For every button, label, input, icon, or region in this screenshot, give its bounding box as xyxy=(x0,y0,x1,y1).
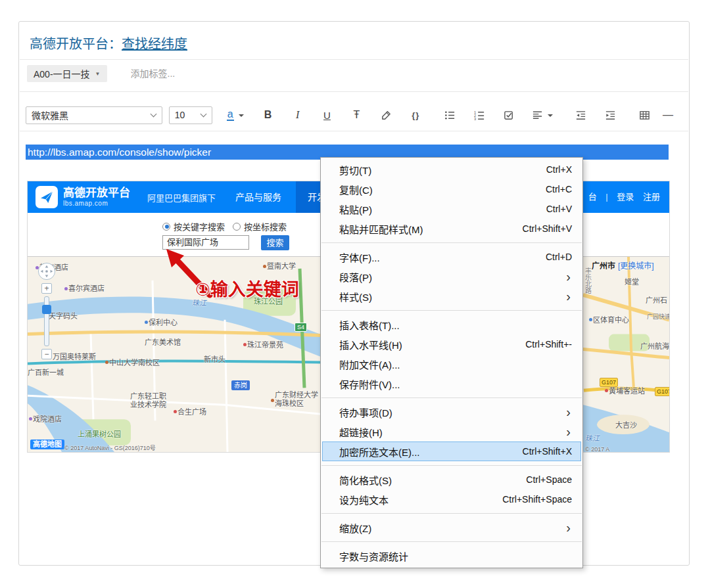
map-label: [更换城市] xyxy=(618,262,654,271)
numbered-list-button[interactable]: 123 xyxy=(467,104,491,125)
map-label: S4 xyxy=(295,323,307,332)
note-title[interactable]: 高德开放平台：查找经纬度 xyxy=(30,34,187,53)
caret-down-icon: ▼ xyxy=(95,71,101,77)
menu-item-label: 简化格式(S) xyxy=(339,473,392,487)
bold-button[interactable]: B xyxy=(256,104,280,125)
nav-divider: | xyxy=(605,192,607,202)
font-family-value: 微软雅黑 xyxy=(32,108,68,122)
context-menu-item[interactable]: 设为纯文本Ctrl+Shift+Space xyxy=(322,489,581,509)
underline-button[interactable]: U xyxy=(316,104,339,125)
tag-label: A00-一日一技 xyxy=(34,67,90,80)
search-button: 搜索 xyxy=(261,235,289,250)
table-button[interactable] xyxy=(632,104,656,125)
menu-item-label: 插入表格(T)... xyxy=(339,318,400,332)
map-label: 广东财经大学 海珠校区 xyxy=(275,391,318,407)
map-label: 丰乐北路 xyxy=(584,267,592,294)
bullet-list-icon xyxy=(444,110,456,121)
chevron-down-icon xyxy=(200,110,206,117)
context-menu-item[interactable]: 缩放(Z)› xyxy=(322,518,581,537)
menu-item-shortcut: Ctrl+V xyxy=(546,204,572,214)
divider xyxy=(20,131,688,131)
context-menu-item[interactable]: 简化格式(S)Ctrl+Space xyxy=(322,470,581,489)
horizontal-rule-icon: — xyxy=(663,109,673,121)
context-menu-item[interactable]: 待办事项(D)› xyxy=(322,402,581,422)
menu-separator xyxy=(321,397,582,398)
menu-item-label: 加密所选文本(E)... xyxy=(339,445,420,459)
context-menu-item[interactable]: 插入水平线(H)Ctrl+Shift+- xyxy=(322,334,581,354)
tag-dropdown[interactable]: A00-一日一技 ▼ xyxy=(27,65,107,82)
note-editor-window: 高德开放平台：查找经纬度 A00-一日一技 ▼ 微软雅黑 10 a B I U … xyxy=(18,21,690,566)
menu-item-shortcut: Ctrl+Shift+V xyxy=(523,223,572,234)
menu-item-label: 插入水平线(H) xyxy=(339,338,402,351)
nav-register: 注册 xyxy=(643,192,660,202)
context-menu-item[interactable]: 字体(F)...Ctrl+D xyxy=(322,247,581,267)
map-label: G107 xyxy=(600,378,618,387)
map-poi-dot xyxy=(589,318,592,321)
strikethrough-button[interactable]: Ŧ xyxy=(344,104,368,125)
map-label: 中山大学南校区 xyxy=(109,359,160,367)
indent-button[interactable] xyxy=(598,104,622,125)
highlighter-button[interactable] xyxy=(374,104,398,125)
bullet-list-button[interactable] xyxy=(438,104,462,125)
nav-products: 产品与服务 xyxy=(235,181,281,213)
context-menu-item[interactable]: 附加文件(A)... xyxy=(322,354,581,374)
note-title-prefix: 高德开放平台： xyxy=(30,37,122,51)
chevron-right-icon: › xyxy=(566,425,571,438)
map-label: 广东轻工职 业技术学院 xyxy=(130,392,166,409)
code-icon: {} xyxy=(412,110,419,120)
annotation-text: ①输入关键词 xyxy=(195,275,299,301)
menu-item-label: 待办事项(D) xyxy=(339,405,392,419)
context-menu-item[interactable]: 段落(P)› xyxy=(322,267,581,286)
map-poi-dot xyxy=(605,389,608,392)
context-menu-item[interactable]: 样式(S)› xyxy=(322,286,581,306)
outdent-button[interactable] xyxy=(569,104,592,125)
map-label: 万国奥特莱斯 xyxy=(53,353,96,361)
highlighter-icon xyxy=(381,110,392,121)
menu-item-shortcut: Ctrl+Shift+X xyxy=(523,446,572,457)
context-menu-item[interactable]: 剪切(T)Ctrl+X xyxy=(322,160,581,179)
menu-item-label: 样式(S) xyxy=(339,290,372,304)
align-button[interactable] xyxy=(527,104,558,125)
url-text: http://lbs.amap.com/console/show/picker xyxy=(28,147,211,158)
map-label: 大吉沙 xyxy=(615,421,637,430)
map-label: 姬堂 xyxy=(625,278,639,286)
map-zoom-control: + − xyxy=(37,262,57,359)
context-menu-item[interactable]: 复制(C)Ctrl+C xyxy=(322,179,581,199)
context-menu-item[interactable]: 粘贴并匹配样式(M)Ctrl+Shift+V xyxy=(322,219,581,238)
code-button[interactable]: {} xyxy=(404,104,427,125)
context-menu-item[interactable]: 保存附件(V)... xyxy=(322,374,581,394)
radio-coord-label: 按坐标搜索 xyxy=(244,220,287,233)
menu-item-label: 保存附件(V)... xyxy=(339,377,400,391)
map-label: 保利中心 xyxy=(149,319,178,327)
context-menu-item[interactable]: 加密所选文本(E)...Ctrl+Shift+X xyxy=(322,441,581,461)
todo-checkbox-button[interactable] xyxy=(497,104,521,125)
context-menu-item[interactable]: 粘贴(P)Ctrl+V xyxy=(322,199,581,219)
map-poi-dot xyxy=(271,399,274,402)
radio-unselected-icon xyxy=(233,223,241,231)
compass-icon xyxy=(37,262,56,281)
context-menu-item[interactable]: 字数与资源统计 xyxy=(322,546,581,566)
divider xyxy=(20,59,688,60)
chevron-right-icon: › xyxy=(566,405,571,418)
map-poi-dot xyxy=(145,321,148,324)
menu-item-shortcut: Ctrl+Space xyxy=(526,474,572,485)
font-family-select[interactable]: 微软雅黑 xyxy=(26,106,162,124)
context-menu-item[interactable]: 插入表格(T)... xyxy=(322,315,581,334)
add-tag-input[interactable] xyxy=(131,68,223,79)
menu-item-label: 字数与资源统计 xyxy=(339,549,408,563)
horizontal-rule-button[interactable]: — xyxy=(656,104,680,125)
menu-separator xyxy=(321,513,582,514)
map-label: 高德地图 xyxy=(30,440,64,449)
italic-button[interactable]: I xyxy=(286,104,310,125)
note-title-link: 查找经纬度 xyxy=(122,37,187,51)
site-brand-block: 高德开放平台 lbs.amap.com xyxy=(63,187,130,207)
menu-item-shortcut: Ctrl+X xyxy=(546,164,572,175)
map-label: 喜尔宾酒店 xyxy=(68,284,105,293)
font-color-button[interactable]: a xyxy=(220,104,250,125)
site-brand-domain: lbs.amap.com xyxy=(63,200,130,207)
italic-icon: I xyxy=(296,109,299,121)
align-icon xyxy=(532,110,543,121)
todo-checkbox-icon xyxy=(504,110,515,121)
font-size-select[interactable]: 10 xyxy=(169,106,212,124)
context-menu-item[interactable]: 超链接(H)› xyxy=(322,422,581,441)
